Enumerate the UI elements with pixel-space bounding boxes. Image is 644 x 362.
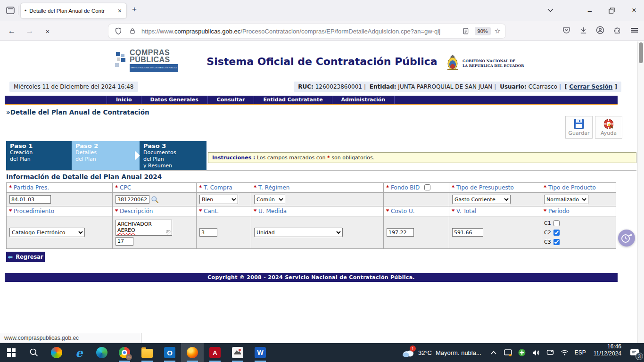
window-minimize-button[interactable]: – <box>582 0 598 21</box>
browser-tab[interactable]: • Detalle del Plan Anual de Contr × <box>21 3 126 18</box>
cantidad-input[interactable] <box>199 228 217 237</box>
tipo-producto-select[interactable]: Normalizado <box>544 195 588 204</box>
bookmark-star-icon[interactable]: ☆ <box>495 27 501 35</box>
wifi-icon[interactable] <box>561 349 569 357</box>
tipo-presupuesto-select[interactable]: Gasto Corriente <box>452 195 511 204</box>
periodo-c2-checkbox[interactable] <box>553 230 560 236</box>
step-2-current[interactable]: Paso 2 Detalles del Plan <box>72 141 140 170</box>
scrollbar-thumb[interactable] <box>639 42 643 63</box>
weather-alert-badge: 1 <box>410 346 416 352</box>
account-icon[interactable] <box>595 25 605 35</box>
back-button[interactable]: ← <box>6 25 18 37</box>
regresar-button[interactable]: ⬅ Regresar <box>6 252 45 262</box>
menu-hamburger-icon[interactable] <box>629 25 639 35</box>
paint-icon[interactable] <box>226 343 249 362</box>
nav-item-administracion[interactable]: Administración <box>332 96 395 104</box>
save-label: Guardar <box>569 130 590 136</box>
page-footer: Copyright © 2008 - 2024 Servicio Naciona… <box>5 273 618 282</box>
volume-icon[interactable] <box>532 349 540 357</box>
logout-link[interactable]: Cerrar Sesión <box>570 83 613 90</box>
zoom-level-badge[interactable]: 90% <box>475 27 491 35</box>
t-regimen-select[interactable]: Común <box>254 195 285 204</box>
taskbar-date: 11/12/2024 <box>594 350 621 357</box>
partida-input[interactable] <box>9 195 51 204</box>
lock-icon[interactable] <box>127 26 138 36</box>
ecuador-crest-icon <box>446 54 460 73</box>
regresar-label: Regresar <box>16 254 43 260</box>
stop-loading-button[interactable]: × <box>41 25 54 37</box>
virtual-desktop-icon[interactable] <box>546 349 554 357</box>
forward-button[interactable]: → <box>24 25 36 37</box>
downloads-icon[interactable] <box>578 25 588 35</box>
entidad-label: Entidad: <box>370 83 396 90</box>
notification-center-icon[interactable]: 3 <box>625 343 644 362</box>
cpc-search-icon[interactable] <box>151 196 159 204</box>
vertical-scrollbar[interactable] <box>637 41 644 343</box>
descripcion-codigo-input[interactable] <box>116 237 133 246</box>
u-medida-select[interactable]: Unidad <box>254 228 343 237</box>
reader-mode-icon[interactable] <box>461 26 471 36</box>
url-domain: compraspublicas.gob.ec <box>174 28 240 35</box>
pocket-icon[interactable] <box>561 25 571 35</box>
time-tracker-overlay-icon[interactable] <box>618 230 635 247</box>
nav-item-inicio[interactable]: Inicio <box>107 96 141 104</box>
tray-chevron-up-icon[interactable] <box>490 349 498 357</box>
chrome-icon[interactable]: G <box>113 343 136 362</box>
tab-divider <box>18 6 18 15</box>
fondo-bid-checkbox[interactable] <box>424 184 430 190</box>
nav-item-consultar[interactable]: Consultar <box>207 96 254 104</box>
step-1[interactable]: Paso 1 Creación del Plan <box>6 141 72 170</box>
antivirus-icon[interactable] <box>518 349 526 357</box>
periodo-c2: C2 <box>544 228 613 237</box>
tab-list-chevron-icon[interactable] <box>542 0 558 21</box>
extensions-puzzle-icon[interactable] <box>612 25 622 35</box>
nav-item-entidad-contratante[interactable]: Entidad Contratante <box>254 96 331 104</box>
v-total-input[interactable] <box>452 228 483 237</box>
edge-icon[interactable] <box>91 343 113 362</box>
wizard-steps: Paso 1 Creación del Plan Paso 2 Detalles… <box>6 141 636 171</box>
cpc-input[interactable] <box>116 195 149 204</box>
taskbar-clock[interactable]: 16:46 11/12/2024 <box>590 343 625 362</box>
header-periodo: * Período <box>541 206 616 216</box>
t-compra-select[interactable]: Bien <box>199 195 238 204</box>
help-button[interactable]: Ayuda <box>595 116 622 139</box>
outlook-icon[interactable]: O <box>158 343 181 362</box>
step-3[interactable]: Paso 3 Documentos del Plan y Resumen <box>140 141 206 170</box>
acrobat-icon[interactable]: A <box>204 343 226 362</box>
weather-widget[interactable]: 1 32°C Mayorm. nubla... <box>397 343 486 362</box>
session-bar: RUC: 1260023860001| Entidad: JUNTA PARRO… <box>294 82 621 92</box>
descripcion-textarea[interactable]: ARCHIVADOR AEREO <box>116 220 172 236</box>
window-restore-button[interactable] <box>603 0 619 21</box>
periodo-c3-checkbox[interactable] <box>553 239 560 245</box>
url-bar[interactable]: https://www.compraspublicas.gob.ec/Proce… <box>108 24 505 38</box>
taskbar-search-icon[interactable] <box>23 343 45 362</box>
lifering-help-icon <box>603 118 614 130</box>
header-costo-u: * Costo U. <box>384 206 449 216</box>
url-text[interactable]: https://www.compraspublicas.gob.ec/Proce… <box>141 28 457 35</box>
firefox-view-icon[interactable] <box>6 6 15 15</box>
file-explorer-icon[interactable] <box>136 343 158 362</box>
nav-item-datos-generales[interactable]: Datos Generales <box>141 96 207 104</box>
datetime-bar: Miércoles 11 de Diciembre del 2024 16:48 <box>9 82 138 92</box>
window-close-button[interactable]: × <box>625 0 643 21</box>
periodo-c1-checkbox[interactable] <box>553 220 560 226</box>
header-t-compra: * T. Compra <box>197 183 251 193</box>
tab-close-icon[interactable]: × <box>117 7 123 15</box>
new-tab-button[interactable]: + <box>132 5 137 14</box>
word-icon[interactable]: W <box>249 343 272 362</box>
copilot-icon[interactable] <box>45 343 68 362</box>
taskbar-time: 16:46 <box>594 343 621 350</box>
start-button[interactable] <box>0 343 23 362</box>
cast-icon[interactable] <box>504 349 512 357</box>
language-indicator[interactable]: ESP <box>575 349 586 356</box>
breadcrumb: »Detalle del Plan Anual de Contratación <box>6 108 636 119</box>
entidad-value: JUNTA PARROQUIAL DE SAN JUAN <box>398 83 492 90</box>
tracking-shield-icon[interactable] <box>113 26 124 36</box>
firefox-icon-active[interactable] <box>181 343 204 362</box>
costo-u-input[interactable] <box>387 228 414 237</box>
procedimiento-select[interactable]: Catalogo Electrónico <box>9 228 85 237</box>
save-button[interactable]: Guardar <box>565 116 593 139</box>
government-logo: GOBIERNO NACIONAL DE LA REPUBLICA DEL EC… <box>446 54 524 73</box>
resize-grip-icon[interactable] <box>166 230 171 235</box>
internet-explorer-icon[interactable]: e <box>68 343 91 362</box>
